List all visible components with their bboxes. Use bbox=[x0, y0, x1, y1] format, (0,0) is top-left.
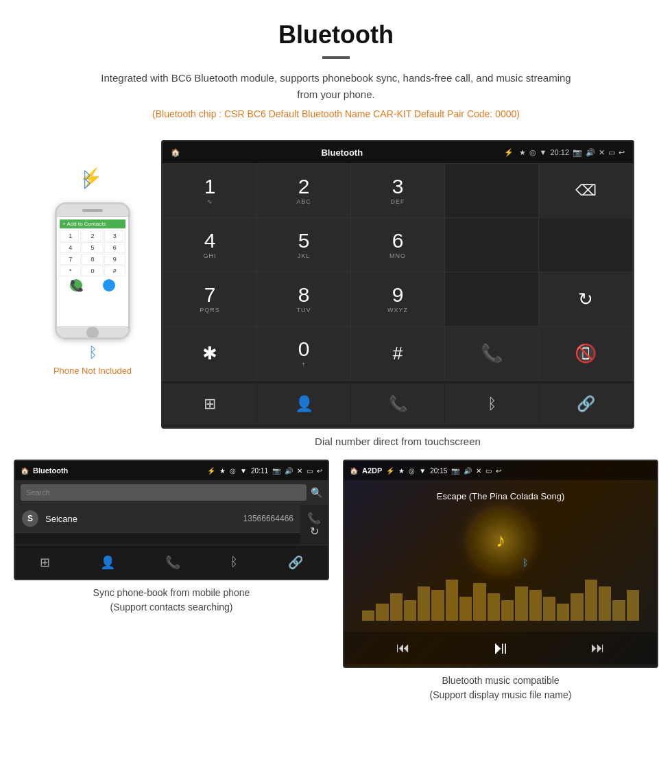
visualizer-bar bbox=[362, 610, 374, 621]
pb-nav-link-icon[interactable]: 🔗 bbox=[288, 555, 303, 570]
dial-key-0[interactable]: 0+ bbox=[257, 326, 350, 380]
music-loc-icon: ◎ bbox=[409, 467, 415, 475]
pb-time: 20:11 bbox=[251, 467, 268, 475]
dial-redial-btn[interactable]: ↻ bbox=[539, 272, 632, 326]
dial-key-1[interactable]: 1∿ bbox=[163, 164, 256, 217]
dial-key-5[interactable]: 5JKL bbox=[257, 218, 350, 272]
phone-mock-wrap: ⚡ ᛒ + Add to Contacts 1 2 3 4 5 6 7 8 bbox=[38, 140, 147, 376]
music-x-icon: ✕ bbox=[476, 467, 481, 475]
bluetooth-wave-icon: ⚡ ᛒ bbox=[75, 161, 110, 200]
phonebook-screenshot: 🏠 Bluetooth ⚡ ★ ◎ ▼ 20:11 📷 🔊 ✕ ▭ ↩ Sear… bbox=[14, 460, 329, 580]
page-description: Integrated with BC6 Bluetooth module, su… bbox=[96, 70, 576, 103]
pb-nav-phone-icon[interactable]: 📞 bbox=[165, 555, 180, 570]
dial-bottom-nav: ⊞ 👤 📞 ᛒ 🔗 bbox=[163, 381, 633, 427]
bluetooth-specs: (Bluetooth chip : CSR BC6 Default Blueto… bbox=[14, 108, 658, 119]
visualizer-bar bbox=[459, 597, 472, 621]
pb-nav-contact-icon[interactable]: 👤 bbox=[100, 555, 115, 570]
dial-end-btn[interactable]: 📵 bbox=[539, 326, 632, 380]
page-title: Bluetooth bbox=[14, 21, 658, 49]
dial-key-star[interactable]: ✱ bbox=[163, 326, 256, 380]
bottom-screenshots: 🏠 Bluetooth ⚡ ★ ◎ ▼ 20:11 📷 🔊 ✕ ▭ ↩ Sear… bbox=[0, 460, 672, 716]
dial-grid: 1∿ 2ABC 3DEF ⌫ 4GHI 5JKL bbox=[163, 163, 633, 381]
music-screen: 🏠 A2DP ⚡ ★ ◎ ▼ 20:15 📷 🔊 ✕ ▭ ↩ Escape (T… bbox=[344, 461, 657, 667]
dial-nav-link[interactable]: 🔗 bbox=[539, 383, 632, 425]
visualizer-bar bbox=[585, 580, 597, 621]
music-screenshot-wrap: 🏠 A2DP ⚡ ★ ◎ ▼ 20:15 📷 🔊 ✕ ▭ ↩ Escape (T… bbox=[343, 460, 658, 702]
dial-key-7[interactable]: 7PQRS bbox=[163, 272, 256, 326]
visualizer-bar bbox=[501, 600, 514, 621]
dial-key-2[interactable]: 2ABC bbox=[257, 164, 350, 217]
music-album-art: ♪ ᛒ bbox=[470, 510, 531, 571]
visualizer-bar bbox=[376, 604, 388, 621]
music-status-bar: 🏠 A2DP ⚡ ★ ◎ ▼ 20:15 📷 🔊 ✕ ▭ ↩ bbox=[344, 461, 657, 480]
visualizer-bar bbox=[488, 593, 500, 621]
dial-key-8[interactable]: 8TUV bbox=[257, 272, 350, 326]
dial-key-6[interactable]: 6MNO bbox=[351, 218, 444, 272]
dial-caption: Dial number direct from touchscreen bbox=[315, 436, 481, 447]
music-bt-badge: ᛒ bbox=[523, 557, 528, 568]
page-header: Bluetooth Integrated with BC6 Bluetooth … bbox=[0, 0, 672, 133]
music-prev-btn[interactable]: ⏮ bbox=[396, 640, 410, 656]
visualizer-bar bbox=[627, 590, 639, 621]
pb-contact-number: 13566664466 bbox=[243, 514, 293, 523]
pb-home-icon: 🏠 bbox=[21, 467, 29, 475]
music-home-icon: 🏠 bbox=[350, 467, 358, 475]
x-icon: ✕ bbox=[599, 148, 605, 157]
phone-top-bar bbox=[57, 204, 128, 217]
pb-contact-name: Seicane bbox=[45, 514, 237, 524]
dial-key-3[interactable]: 3DEF bbox=[351, 164, 444, 217]
music-next-btn[interactable]: ⏭ bbox=[591, 640, 605, 656]
usb-icon: ⚡ bbox=[504, 148, 514, 157]
visualizer-bar bbox=[390, 593, 403, 621]
pb-side-phone-icon[interactable]: 📞 bbox=[307, 512, 321, 525]
time-display: 20:12 bbox=[550, 148, 569, 157]
dial-backspace-btn[interactable]: ⌫ bbox=[539, 164, 632, 217]
phone-home-btn bbox=[86, 326, 99, 339]
pb-nav-keypad-icon[interactable]: ⊞ bbox=[40, 555, 50, 570]
dial-call-btn[interactable]: 📞 bbox=[445, 326, 538, 380]
title-divider bbox=[322, 56, 350, 59]
music-play-btn[interactable]: ⏯ bbox=[492, 637, 509, 658]
pb-camera-icon: 📷 bbox=[272, 467, 280, 475]
pb-main-body: S Seicane 13566664466 📞 ↻ bbox=[15, 505, 328, 545]
music-vol-icon: 🔊 bbox=[464, 467, 472, 475]
pb-signal-icon: ▼ bbox=[240, 467, 247, 475]
dial-nav-keypad[interactable]: ⊞ bbox=[163, 383, 256, 425]
phonebook-caption: Sync phone-book from mobile phone (Suppo… bbox=[93, 586, 250, 615]
pb-side-reload-icon[interactable]: ↻ bbox=[310, 525, 319, 538]
dial-key-hash[interactable]: # bbox=[351, 326, 444, 380]
dial-empty-3 bbox=[539, 218, 632, 272]
pb-nav-bt-icon[interactable]: ᛒ bbox=[230, 555, 238, 569]
phone-bottom-bar bbox=[57, 326, 128, 337]
pb-contacts-list: S Seicane 13566664466 bbox=[15, 505, 300, 545]
dial-nav-phone[interactable]: 📞 bbox=[351, 383, 444, 425]
pb-search-box[interactable]: Search bbox=[21, 484, 307, 501]
volume-icon: 🔊 bbox=[586, 148, 595, 157]
music-screenshot: 🏠 A2DP ⚡ ★ ◎ ▼ 20:15 📷 🔊 ✕ ▭ ↩ Escape (T… bbox=[343, 460, 658, 668]
pb-contact-avatar: S bbox=[22, 510, 38, 527]
dial-nav-bluetooth[interactable]: ᛒ bbox=[445, 383, 538, 425]
pb-vol-icon: 🔊 bbox=[285, 467, 293, 475]
pb-search-placeholder: Search bbox=[26, 488, 50, 497]
back-icon: ↩ bbox=[619, 148, 625, 157]
pb-bt-icon: ★ bbox=[219, 467, 226, 475]
visualizer-bar bbox=[543, 597, 555, 621]
visualizer-bar bbox=[515, 586, 527, 621]
phone-keypad: 1 2 3 4 5 6 7 8 9 * 0 # bbox=[60, 230, 125, 276]
pb-status-bar: 🏠 Bluetooth ⚡ ★ ◎ ▼ 20:11 📷 🔊 ✕ ▭ ↩ bbox=[15, 461, 328, 480]
dial-empty-4 bbox=[445, 272, 538, 326]
phone-call-row: 📞 bbox=[60, 279, 125, 292]
dial-key-4[interactable]: 4GHI bbox=[163, 218, 256, 272]
signal-icon: ▼ bbox=[540, 148, 547, 157]
dial-screen: 🏠 Bluetooth ⚡ ★ ◎ ▼ 20:12 📷 🔊 ✕ ▭ ↩ bbox=[161, 140, 634, 429]
pb-search-icon[interactable]: 🔍 bbox=[311, 487, 322, 498]
visualizer-bar bbox=[612, 600, 625, 621]
dial-key-9[interactable]: 9WXYZ bbox=[351, 272, 444, 326]
music-usb-icon: ⚡ bbox=[386, 467, 394, 475]
dial-nav-contact[interactable]: 👤 bbox=[257, 383, 350, 425]
phone-not-included-label: Phone Not Included bbox=[53, 366, 132, 376]
music-signal-icon: ▼ bbox=[419, 467, 426, 475]
phone-mock: + Add to Contacts 1 2 3 4 5 6 7 8 9 * 0 … bbox=[55, 202, 130, 340]
pb-contact-row[interactable]: S Seicane 13566664466 bbox=[15, 505, 300, 533]
visualizer-bar bbox=[473, 583, 485, 621]
